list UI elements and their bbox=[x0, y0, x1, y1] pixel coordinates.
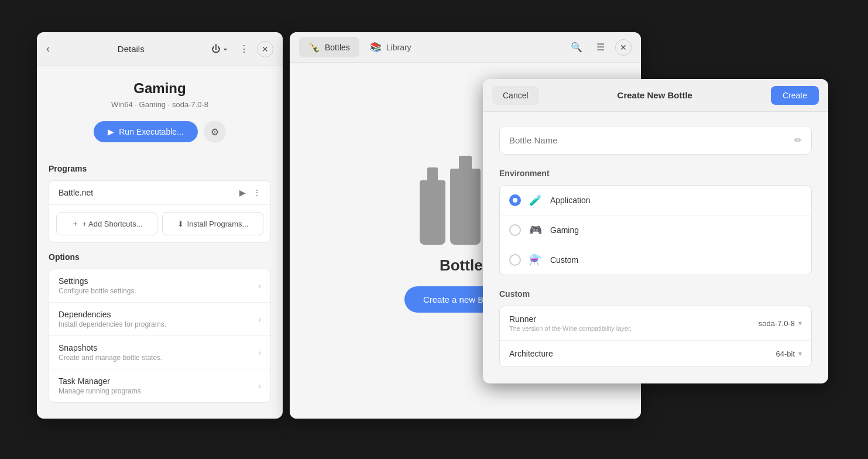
env-option-custom[interactable]: ⚗️ Custom bbox=[500, 245, 811, 275]
radio-custom[interactable] bbox=[509, 254, 521, 266]
options-section-title: Options bbox=[49, 252, 271, 262]
create-new-bottle-window: Cancel Create New Bottle Create ✏ Enviro… bbox=[483, 79, 828, 383]
app-name: Gaming bbox=[49, 80, 271, 97]
runner-value: soda-7.0-8 bbox=[759, 319, 795, 328]
runner-desc: The version of the Wine compatibility la… bbox=[509, 325, 759, 332]
close-button[interactable]: ✕ bbox=[257, 41, 273, 57]
arch-value: 64-bit bbox=[776, 350, 795, 358]
runner-label: Runner bbox=[509, 314, 759, 324]
bottles-tab-icon: 🍾 bbox=[308, 42, 320, 53]
arch-dropdown[interactable]: 64-bit ▾ bbox=[776, 350, 802, 358]
program-actions: ▶ ⋮ bbox=[239, 188, 261, 197]
arch-label: Architecture bbox=[509, 349, 776, 358]
bottle-shape-center bbox=[450, 169, 481, 245]
env-label-gaming: Gaming bbox=[550, 225, 579, 235]
runner-row: Runner The version of the Wine compatibi… bbox=[500, 306, 811, 341]
env-label-custom: Custom bbox=[550, 255, 578, 265]
bottle-name-field[interactable]: ✏ bbox=[499, 126, 812, 155]
tab-bottles[interactable]: 🍾 Bottles bbox=[299, 37, 359, 57]
back-button[interactable]: ‹ bbox=[46, 40, 54, 57]
program-more-button[interactable]: ⋮ bbox=[253, 188, 261, 197]
tab-library[interactable]: 📚 Library bbox=[361, 37, 421, 57]
cancel-button[interactable]: Cancel bbox=[492, 86, 539, 105]
custom-options: Runner The version of the Wine compatibi… bbox=[499, 306, 812, 367]
programs-section-title: Programs bbox=[49, 164, 271, 173]
dialog-title: Create New Bottle bbox=[546, 90, 764, 100]
bottles-titlebar-right: 🔍 ☰ ✕ bbox=[567, 39, 632, 56]
option-desc: Create and manage bottle states. bbox=[59, 354, 258, 362]
env-option-application[interactable]: 🧪 Application bbox=[500, 186, 811, 215]
option-desc: Manage running programs. bbox=[59, 387, 258, 395]
tab-group: 🍾 Bottles 📚 Library bbox=[299, 37, 421, 57]
dropdown-arrow-icon: ▾ bbox=[798, 350, 802, 358]
plus-icon: ＋ bbox=[71, 218, 79, 229]
snapshots-option[interactable]: Snapshots Create and manage bottle state… bbox=[49, 336, 270, 369]
more-menu-button[interactable]: ⋮ bbox=[236, 41, 252, 57]
app-meta: Win64 · Gaming · soda-7.0-8 bbox=[49, 100, 271, 109]
programs-list: Battle.net ▶ ⋮ ＋ + Add Shortcuts... ⬇ In… bbox=[49, 180, 271, 243]
env-label-application: Application bbox=[550, 196, 591, 205]
bottle-name-input[interactable] bbox=[509, 135, 794, 145]
add-shortcuts-button[interactable]: ＋ + Add Shortcuts... bbox=[56, 212, 157, 235]
play-program-button[interactable]: ▶ bbox=[239, 188, 246, 197]
chevron-right-icon: › bbox=[258, 314, 261, 324]
details-title: Details bbox=[54, 44, 208, 54]
option-name: Settings bbox=[59, 276, 258, 286]
custom-section-title: Custom bbox=[499, 289, 812, 299]
details-titlebar: ‹ Details ⏻ ▾ ⋮ ✕ bbox=[37, 32, 283, 66]
environment-options: 🧪 Application 🎮 Gaming ⚗️ Custom bbox=[499, 185, 812, 275]
application-icon: 🧪 bbox=[529, 194, 542, 207]
bottles-titlebar: 🍾 Bottles 📚 Library 🔍 ☰ ✕ bbox=[290, 32, 641, 63]
details-body: Programs Battle.net ▶ ⋮ ＋ + Add Shortcut… bbox=[37, 155, 283, 419]
option-desc: Configure bottle settings. bbox=[59, 287, 258, 295]
run-executable-button[interactable]: ▶ Run Executable... bbox=[94, 121, 198, 142]
chevron-right-icon: › bbox=[258, 281, 261, 290]
titlebar-actions: ⏻ ▾ ⋮ ✕ bbox=[208, 41, 273, 57]
create-titlebar: Cancel Create New Bottle Create bbox=[483, 79, 828, 112]
details-header: Gaming Win64 · Gaming · soda-7.0-8 ▶ Run… bbox=[37, 66, 283, 155]
bottles-tab-label: Bottles bbox=[325, 43, 350, 52]
search-button[interactable]: 🔍 bbox=[567, 39, 586, 55]
settings-option[interactable]: Settings Configure bottle settings. › bbox=[49, 269, 270, 303]
architecture-row: Architecture 64-bit ▾ bbox=[500, 341, 811, 366]
details-window: ‹ Details ⏻ ▾ ⋮ ✕ Gaming Win64 · Gaming … bbox=[37, 32, 283, 419]
library-tab-label: Library bbox=[386, 43, 411, 52]
add-shortcuts-label: + Add Shortcuts... bbox=[83, 220, 143, 228]
radio-gaming[interactable] bbox=[509, 224, 521, 236]
env-option-gaming[interactable]: 🎮 Gaming bbox=[500, 215, 811, 245]
dropdown-arrow-icon: ▾ bbox=[798, 319, 802, 327]
option-name: Dependencies bbox=[59, 310, 258, 319]
dependencies-option[interactable]: Dependencies Install dependencies for pr… bbox=[49, 303, 270, 336]
power-button[interactable]: ⏻ ▾ bbox=[208, 42, 231, 57]
gear-button[interactable]: ⚙ bbox=[204, 121, 226, 143]
bottle-shape-left bbox=[420, 180, 445, 245]
gaming-icon: 🎮 bbox=[529, 224, 542, 237]
option-name: Task Manager bbox=[59, 376, 258, 386]
create-body: ✏ Environment 🧪 Application 🎮 Gaming ⚗️ … bbox=[483, 112, 828, 383]
runner-dropdown[interactable]: soda-7.0-8 ▾ bbox=[759, 319, 802, 328]
library-tab-icon: 📚 bbox=[370, 42, 382, 53]
taskmanager-option[interactable]: Task Manager Manage running programs. › bbox=[49, 369, 270, 402]
chevron-right-icon: › bbox=[258, 381, 261, 391]
chevron-right-icon: › bbox=[258, 348, 261, 357]
close-button[interactable]: ✕ bbox=[615, 39, 632, 56]
option-name: Snapshots bbox=[59, 343, 258, 352]
install-programs-label: Install Programs... bbox=[187, 220, 249, 228]
play-icon: ▶ bbox=[108, 127, 114, 136]
program-item[interactable]: Battle.net ▶ ⋮ bbox=[49, 181, 270, 205]
option-desc: Install dependencies for programs. bbox=[59, 320, 258, 328]
radio-application[interactable] bbox=[509, 194, 521, 206]
shortcut-row: ＋ + Add Shortcuts... ⬇ Install Programs.… bbox=[49, 207, 270, 242]
details-actions: ▶ Run Executable... ⚙ bbox=[49, 121, 271, 143]
program-name: Battle.net bbox=[59, 188, 239, 197]
menu-button[interactable]: ☰ bbox=[593, 39, 608, 55]
custom-icon: ⚗️ bbox=[529, 254, 542, 266]
install-programs-button[interactable]: ⬇ Install Programs... bbox=[162, 212, 263, 235]
environment-section-title: Environment bbox=[499, 169, 812, 178]
download-icon: ⬇ bbox=[177, 220, 184, 228]
edit-icon: ✏ bbox=[794, 135, 802, 146]
create-button[interactable]: Create bbox=[771, 86, 819, 105]
options-list: Settings Configure bottle settings. › De… bbox=[49, 269, 271, 403]
